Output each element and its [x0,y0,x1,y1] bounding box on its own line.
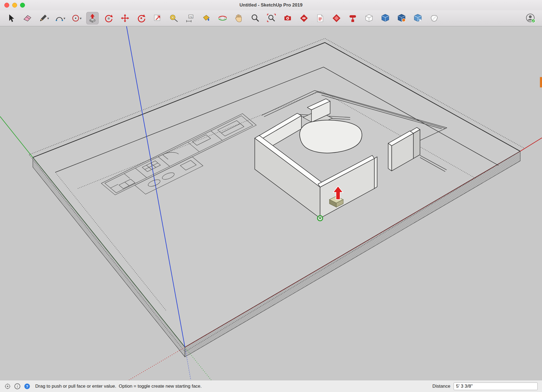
wall-end-cap [374,157,377,189]
tool-paint-bucket[interactable] [200,12,213,24]
tool-move[interactable] [119,12,131,24]
svg-text:?: ? [26,384,28,388]
tool-components[interactable] [363,12,375,24]
toolbar-tools: ▾▾▾A1 [5,12,440,24]
line-icon [38,13,48,23]
measurements-input[interactable] [454,383,538,390]
pan-icon [234,13,244,23]
title-bar: Untitled - SketchUp Pro 2019 [0,0,542,10]
tool-trimble-connect[interactable] [412,12,424,24]
styles-icon [332,13,341,23]
zoom-button[interactable] [20,3,25,8]
tool-rotate[interactable] [135,12,147,24]
geolocation-button[interactable] [4,383,11,390]
status-hint: Drag to push or pull face or enter value… [35,384,202,389]
position-camera-icon [283,13,293,23]
tape-measure-icon [169,13,179,23]
components-icon [364,13,374,23]
trimble-connect-icon [413,13,423,23]
tool-zoom-extents[interactable] [265,12,278,24]
select-icon [6,13,16,23]
geolocation-icon [4,383,11,390]
tool-dimension[interactable]: A1 [184,12,196,24]
info-icon: i [14,383,21,390]
tool-zoom[interactable] [249,12,261,24]
tool-push-pull[interactable] [86,12,99,24]
3d-warehouse-icon [380,13,390,23]
arc-icon [54,13,64,23]
measurements-label: Distance [432,384,450,389]
tool-shapes[interactable]: ▾ [70,12,82,24]
tool-pan[interactable] [233,12,245,24]
materials-icon [348,13,358,23]
paint-bucket-icon [201,13,211,23]
window-title: Untitled - SketchUp Pro 2019 [0,2,542,8]
follow-me-icon [104,13,114,23]
section-plane-icon [315,13,325,23]
shapes-icon [71,13,81,23]
soften-edges-icon [429,13,439,23]
toolbar: ▾▾▾A1 [0,10,542,26]
svg-text:i: i [17,384,18,388]
tool-scale[interactable] [151,12,164,24]
zoom-icon [250,13,260,23]
push-pull-icon [88,13,97,23]
tool-follow-me[interactable] [102,12,115,24]
scale-icon [153,13,162,23]
dropdown-caret-icon[interactable]: ▾ [47,17,49,20]
account-button[interactable] [524,12,537,25]
close-button[interactable] [4,3,9,8]
main-viewport[interactable] [0,26,542,380]
tool-styles[interactable] [330,12,343,24]
move-icon [120,13,130,23]
account-icon [525,12,536,24]
tool-3d-warehouse[interactable] [379,12,392,24]
viewport-canvas[interactable] [0,26,542,380]
right-edge-marker [540,77,542,87]
look-around-icon [299,13,309,23]
tool-look-around[interactable] [298,12,310,24]
tool-orbit[interactable] [216,12,229,24]
tool-position-camera[interactable] [281,12,294,24]
help-button[interactable]: ? [24,383,30,390]
inference-point-marker [317,216,323,221]
rotate-icon [136,13,146,23]
tool-arc[interactable]: ▾ [54,12,66,24]
dimension-icon: A1 [185,13,195,23]
minimize-button[interactable] [12,3,17,8]
dropdown-caret-icon[interactable]: ▾ [80,17,82,20]
eraser-icon [23,13,32,23]
sketchup-window: Untitled - SketchUp Pro 2019 ▾▾▾A1 [0,0,542,392]
status-bar: i ? Drag to push or pull face or enter v… [0,380,542,392]
zoom-extents-icon [267,13,276,23]
extension-warehouse-icon [397,13,406,23]
help-icon: ? [24,383,30,390]
tool-extension-warehouse[interactable] [395,12,408,24]
tool-soften-edges[interactable] [428,12,440,24]
model-info-button[interactable]: i [14,383,21,390]
tool-section-plane[interactable] [314,12,326,24]
tool-select[interactable] [5,12,17,24]
svg-text:A1: A1 [189,15,193,18]
tool-line[interactable]: ▾ [37,12,50,24]
tool-materials[interactable] [347,12,359,24]
orbit-icon [218,13,227,23]
dropdown-caret-icon[interactable]: ▾ [63,17,65,20]
tool-eraser[interactable] [21,12,34,24]
window-controls [4,3,25,8]
tool-tape-measure[interactable] [168,12,180,24]
